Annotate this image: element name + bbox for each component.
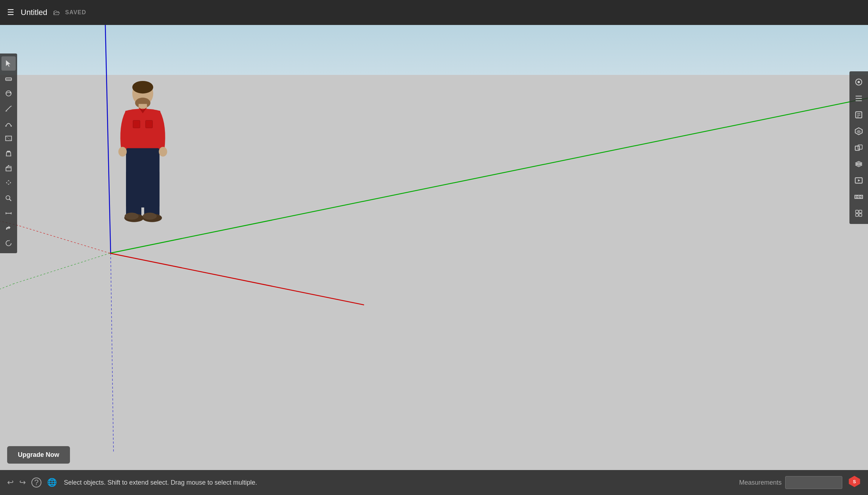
svg-text:S: S: [853, 479, 856, 484]
styles-panel[interactable]: [851, 74, 867, 90]
paint-tool[interactable]: [1, 146, 16, 160]
select-tool[interactable]: [1, 56, 16, 71]
status-message: Select objects. Shift to extend select. …: [64, 479, 739, 486]
svg-point-64: [859, 196, 861, 198]
svg-point-43: [6, 196, 10, 200]
measurements-input[interactable]: [785, 476, 842, 489]
svg-rect-65: [856, 210, 858, 213]
viewport[interactable]: [0, 25, 868, 470]
extension-panel[interactable]: [851, 205, 867, 221]
svg-point-34: [5, 126, 7, 127]
sky-background: [0, 25, 868, 75]
svg-point-30: [10, 92, 11, 93]
sketchup-footer-icon: S: [848, 475, 861, 490]
saved-status: SAVED: [65, 9, 86, 16]
solid-tools-panel[interactable]: [851, 140, 867, 155]
help-icon[interactable]: ?: [31, 478, 41, 488]
outliner-panel[interactable]: [851, 91, 867, 106]
svg-line-32: [6, 111, 6, 111]
menu-icon[interactable]: ☰: [7, 8, 14, 17]
layers-panel[interactable]: [851, 156, 867, 172]
pencil-tool[interactable]: [1, 101, 16, 116]
svg-line-44: [9, 199, 11, 201]
rectangle-tool[interactable]: [1, 131, 16, 146]
svg-rect-59: [855, 146, 859, 150]
svg-point-49: [858, 81, 860, 83]
globe-icon[interactable]: 🌐: [47, 478, 57, 487]
svg-line-31: [6, 106, 11, 111]
svg-point-29: [6, 91, 11, 96]
right-toolbar: [849, 71, 868, 224]
left-toolbar: [0, 53, 17, 253]
move-tool[interactable]: [1, 176, 16, 190]
components-panel[interactable]: [851, 123, 867, 139]
svg-rect-67: [856, 214, 858, 216]
vr-panel[interactable]: [851, 189, 867, 205]
scenes-panel[interactable]: [851, 173, 867, 188]
svg-rect-60: [858, 145, 862, 149]
svg-rect-68: [859, 214, 862, 216]
ground-background: [0, 75, 868, 470]
undo-icon[interactable]: ↩: [7, 478, 14, 487]
redo-icon[interactable]: ↪: [19, 478, 26, 487]
svg-rect-66: [859, 210, 862, 213]
tape-tool[interactable]: [1, 206, 16, 220]
pushpull-tool[interactable]: [1, 161, 16, 175]
eraser-tool[interactable]: [1, 71, 16, 86]
svg-point-63: [856, 196, 858, 198]
measurements-label: Measurements: [739, 479, 782, 486]
status-icons: ↩ ↪ ? 🌐: [7, 478, 57, 488]
svg-marker-58: [857, 130, 861, 134]
svg-point-35: [11, 126, 12, 127]
folder-icon[interactable]: 🗁: [53, 9, 60, 17]
arc-tool[interactable]: [1, 116, 16, 131]
rotate-tool[interactable]: [1, 236, 16, 250]
follow-me-tool[interactable]: [1, 221, 16, 235]
status-bar: ↩ ↪ ? 🌐 Select objects. Shift to extend …: [0, 470, 868, 495]
top-bar: ☰ Untitled 🗁 SAVED: [0, 0, 868, 25]
zoom-tool[interactable]: [1, 191, 16, 205]
svg-rect-38: [6, 168, 11, 171]
upgrade-now-button[interactable]: Upgrade Now: [7, 446, 70, 464]
svg-marker-62: [858, 179, 861, 182]
orbit-tool[interactable]: [1, 86, 16, 101]
instructor-panel[interactable]: [851, 107, 867, 123]
svg-line-37: [6, 136, 12, 141]
document-title[interactable]: Untitled: [21, 8, 47, 17]
